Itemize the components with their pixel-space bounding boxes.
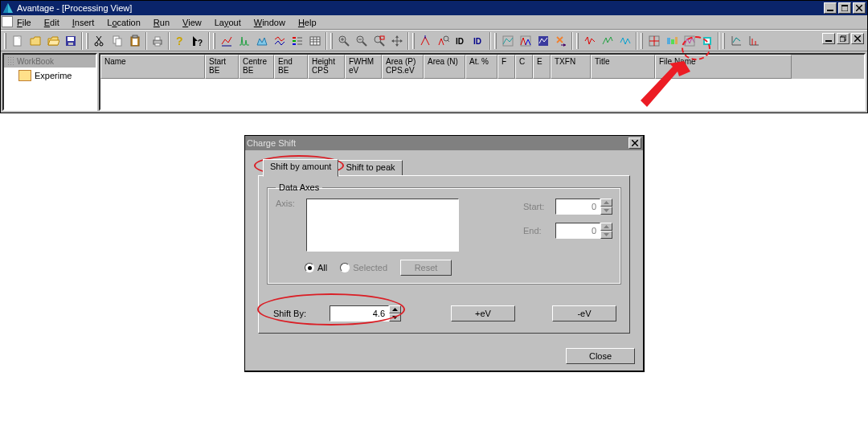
column-header[interactable]: FWHMeV: [345, 55, 382, 79]
column-header[interactable]: F: [497, 55, 515, 79]
view-a-icon[interactable]: [645, 32, 663, 50]
charge-shift-icon[interactable]: [552, 32, 570, 50]
minus-ev-button[interactable]: -eV: [552, 305, 616, 321]
mdi-minimize-button[interactable]: [822, 33, 835, 44]
toolbar-handle-3[interactable]: [213, 33, 215, 49]
peak-pick-icon[interactable]: [417, 32, 435, 50]
mdi-doc-icon[interactable]: [2, 16, 13, 27]
chart-list-icon[interactable]: [289, 32, 306, 50]
id-icon[interactable]: ID: [452, 32, 470, 50]
column-header[interactable]: E: [533, 55, 551, 79]
start-spin-up-icon[interactable]: [600, 199, 612, 207]
end-spinner[interactable]: [600, 223, 612, 239]
shift-by-field[interactable]: [330, 305, 389, 321]
spectrum-icon[interactable]: [235, 32, 253, 50]
open-folder2-icon[interactable]: [44, 32, 62, 50]
radio-all[interactable]: All: [305, 263, 327, 272]
open-folder-icon[interactable]: [27, 32, 44, 50]
column-header[interactable]: Title: [591, 55, 655, 79]
chart-multi-icon[interactable]: [271, 32, 289, 50]
save-icon[interactable]: [62, 32, 80, 50]
end-field[interactable]: [555, 223, 600, 239]
axis-a-icon[interactable]: [727, 32, 745, 50]
plus-ev-button[interactable]: +eV: [451, 305, 515, 321]
toolbar-handle-8[interactable]: [641, 33, 643, 49]
minimize-button[interactable]: [824, 2, 837, 14]
toolbar-handle[interactable]: [4, 33, 6, 49]
zoom-rect-icon[interactable]: [371, 32, 388, 50]
column-header[interactable]: TXFN: [551, 55, 591, 79]
menu-view[interactable]: View: [178, 17, 207, 28]
menu-window[interactable]: Window: [249, 17, 290, 28]
menu-location[interactable]: Location: [102, 17, 145, 28]
column-header[interactable]: CentreBE: [239, 55, 274, 79]
cut-icon[interactable]: [91, 32, 108, 50]
menu-help[interactable]: Help: [293, 17, 321, 28]
radio-selected[interactable]: Selected: [340, 263, 387, 272]
menu-run[interactable]: Run: [149, 17, 174, 28]
dialog-titlebar[interactable]: Charge Shift: [245, 136, 643, 150]
proc-f-icon[interactable]: [616, 32, 634, 50]
shift-by-spinner[interactable]: [389, 305, 401, 321]
close-button-dialog[interactable]: Close: [566, 348, 635, 364]
id-settings-icon[interactable]: ID: [470, 32, 488, 50]
proc-e-icon[interactable]: [599, 32, 616, 50]
dialog-close-x-button[interactable]: [628, 137, 641, 149]
axis-listbox[interactable]: [306, 199, 459, 252]
tree-root-item[interactable]: Experime: [18, 70, 94, 81]
tab-shift-by-amount[interactable]: Shift by amount: [263, 159, 338, 177]
column-header[interactable]: Area (N): [424, 55, 465, 79]
shift-by-spin-up-icon[interactable]: [389, 305, 401, 313]
view-c-icon[interactable]: [681, 32, 698, 50]
paste-icon[interactable]: [126, 32, 144, 50]
view-d-icon[interactable]: [698, 32, 716, 50]
column-header[interactable]: Area (P)CPS.eV: [382, 55, 424, 79]
reset-button[interactable]: Reset: [400, 260, 452, 276]
view-b-icon[interactable]: [663, 32, 681, 50]
column-header[interactable]: At. %: [465, 55, 497, 79]
column-header[interactable]: StartBE: [205, 55, 239, 79]
end-spin-up-icon[interactable]: [600, 223, 612, 231]
close-button[interactable]: [853, 2, 866, 14]
mdi-restore-button[interactable]: [837, 33, 850, 44]
toolbar-handle-2[interactable]: [86, 33, 88, 49]
new-file-icon[interactable]: [9, 32, 27, 50]
mdi-close-button[interactable]: [851, 33, 864, 44]
column-header[interactable]: File Name: [655, 55, 792, 79]
table-icon[interactable]: [306, 32, 324, 50]
zoom-in-icon[interactable]: [335, 32, 353, 50]
menu-edit[interactable]: Edit: [39, 17, 64, 28]
pan-icon[interactable]: [388, 32, 406, 50]
help-icon[interactable]: ?: [171, 32, 189, 50]
shift-by-spin-down-icon[interactable]: [389, 313, 401, 321]
zoom-out-icon[interactable]: [353, 32, 371, 50]
menu-insert[interactable]: Insert: [68, 17, 100, 28]
axis-b-icon[interactable]: [745, 32, 763, 50]
end-spin-down-icon[interactable]: [600, 231, 612, 239]
column-header[interactable]: HeightCPS: [308, 55, 345, 79]
column-header[interactable]: C: [515, 55, 533, 79]
tab-shift-to-peak[interactable]: Shift to peak: [338, 160, 402, 176]
proc-d-icon[interactable]: [581, 32, 599, 50]
chart-edit-icon[interactable]: [218, 32, 235, 50]
start-spinner[interactable]: [600, 199, 612, 215]
menu-file[interactable]: File: [12, 17, 36, 28]
chart-area-icon[interactable]: [253, 32, 271, 50]
proc-c-icon[interactable]: [534, 32, 552, 50]
menu-layout[interactable]: Layout: [210, 17, 246, 28]
toolbar-handle-5[interactable]: [412, 33, 415, 49]
context-help-icon[interactable]: ?: [189, 32, 207, 50]
toolbar-handle-9[interactable]: [723, 33, 725, 49]
grid-body[interactable]: [100, 79, 864, 111]
proc-b-icon[interactable]: [517, 32, 534, 50]
workbook-tree[interactable]: Experime: [4, 68, 96, 109]
toolbar-handle-6[interactable]: [494, 33, 497, 49]
print-icon[interactable]: [149, 32, 166, 50]
column-header[interactable]: Name: [100, 55, 205, 79]
start-field[interactable]: [555, 199, 600, 215]
toolbar-handle-7[interactable]: [576, 33, 579, 49]
column-header[interactable]: EndBE: [274, 55, 308, 79]
peak-search-icon[interactable]: [435, 32, 452, 50]
panel-grip-icon[interactable]: [7, 56, 14, 66]
start-spin-down-icon[interactable]: [600, 207, 612, 215]
